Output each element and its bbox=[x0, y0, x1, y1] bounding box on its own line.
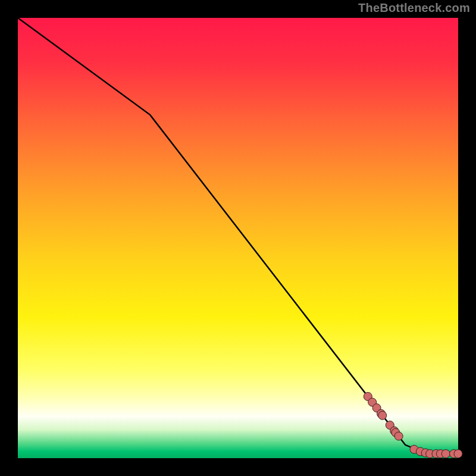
chart-figure: TheBottleneck.com bbox=[0, 0, 476, 476]
scatter-point bbox=[454, 450, 462, 458]
scatter-point bbox=[394, 432, 403, 440]
plot-background bbox=[18, 18, 458, 458]
scatter-point bbox=[378, 411, 387, 419]
attribution-label: TheBottleneck.com bbox=[358, 1, 470, 15]
chart-svg bbox=[0, 0, 476, 476]
scatter-point bbox=[441, 450, 450, 458]
